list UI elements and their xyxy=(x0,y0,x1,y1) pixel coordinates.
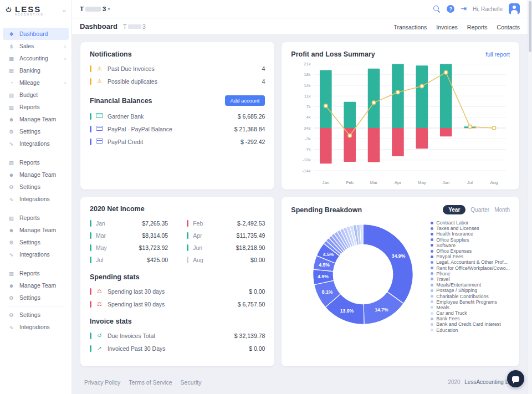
sidebar-item-integrations[interactable]: ∿Integrations xyxy=(0,321,71,333)
scrollbar[interactable] xyxy=(528,0,532,394)
sidebar-item-reports[interactable]: ▧Reports xyxy=(0,156,71,168)
row-label: Spending last 90 days xyxy=(108,301,165,308)
list-item: ↺Due Invoices Total$ 32,139.78 xyxy=(90,329,265,342)
search-icon[interactable] xyxy=(433,5,441,13)
chat-widget-button[interactable] xyxy=(507,370,524,387)
row-value: $ -292.42 xyxy=(241,139,265,145)
legend-bullet xyxy=(431,222,433,224)
help-icon[interactable]: ? xyxy=(447,5,454,13)
sidebar-item-label: Integrations xyxy=(19,324,50,330)
subnav-link-reports[interactable]: Reports xyxy=(467,24,488,30)
sidebar-item-reports[interactable]: ▧Reports xyxy=(0,212,71,224)
legend-bullet xyxy=(431,300,433,303)
toggle-year[interactable]: Year xyxy=(443,205,466,214)
sidebar-item-settings[interactable]: ⚙Settings xyxy=(0,181,71,193)
month-label: Mar xyxy=(96,232,106,239)
toggle-quarter[interactable]: Quarter xyxy=(470,207,489,213)
sidebar-item-manage-team[interactable]: ☻Manage Team xyxy=(0,224,71,236)
footer-link-terms-of-service[interactable]: Terms of Service xyxy=(129,379,172,386)
sidebar-item-reports[interactable]: ▧Reports xyxy=(0,267,71,279)
legend-item: Office Supplies xyxy=(431,237,510,243)
legend-label: Office Supplies xyxy=(436,237,469,243)
sidebar-item-integrations[interactable]: ∿Integrations xyxy=(0,193,71,205)
subnav-link-invoices[interactable]: Invoices xyxy=(436,24,458,30)
topbar: T 3 ▾ ? ⇥ Hi, Rachelle xyxy=(72,0,528,18)
legend-bullet xyxy=(431,255,433,258)
sidebar-item-label: Reports xyxy=(19,270,40,277)
footer-link-privacy-policy[interactable]: Privacy Policy xyxy=(84,379,120,386)
nav-gap xyxy=(0,260,71,267)
sidebar-item-reports[interactable]: ▧Reports xyxy=(0,101,71,113)
row-label: Due Invoices Total xyxy=(108,332,155,339)
toggle-month[interactable]: Month xyxy=(494,207,510,213)
sidebar-item-settings[interactable]: ⚙Settings xyxy=(0,236,71,248)
period-toggle: Year Quarter Month xyxy=(443,205,510,214)
legend-item: Bank Fees xyxy=(431,316,510,321)
row-marker xyxy=(90,113,91,120)
sidebar-item-budget[interactable]: ▥Budget xyxy=(0,89,71,101)
sidebar-item-settings[interactable]: ⚙Settings xyxy=(0,125,71,137)
sidebar-item-manage-team[interactable]: ☻Manage Team xyxy=(0,279,71,291)
legend-item: Employee Benefit Programs xyxy=(431,299,510,305)
month-marker xyxy=(187,232,188,239)
legend-bullet xyxy=(431,233,433,236)
svg-text:Feb: Feb xyxy=(346,180,354,185)
month-value: $11,735.49 xyxy=(237,232,265,239)
legend-item: Meals xyxy=(431,305,510,310)
footer-link-security[interactable]: Security xyxy=(181,379,202,386)
sidebar-item-integrations[interactable]: ∿Integrations xyxy=(0,248,71,260)
chart-icon: ↗ xyxy=(96,345,103,351)
subnav-link-transactions[interactable]: Transactions xyxy=(394,24,427,30)
legend-bullet xyxy=(431,272,433,275)
sidebar-item-mileage[interactable]: ◔Mileage› xyxy=(0,76,71,89)
sidebar-item-banking[interactable]: ▤Banking xyxy=(0,64,71,76)
net-income-cell: Apr$11,735.49 xyxy=(187,229,265,242)
sidebar-item-manage-team[interactable]: ☻Manage Team xyxy=(0,168,71,181)
svg-text:4.5%: 4.5% xyxy=(323,252,334,257)
sidebar-item-manage-team[interactable]: ☻Manage Team xyxy=(0,113,71,125)
sidebar-item-label: Manage Team xyxy=(19,171,56,178)
row-marker xyxy=(90,78,91,85)
app-logo[interactable]: LESS ACCOUNTING xyxy=(4,6,44,16)
dashboard-icon: ❖ xyxy=(8,31,15,37)
sidebar-item-settings[interactable]: ⚙Settings xyxy=(0,291,71,304)
legend-label: Bank and Credit Card Interest xyxy=(436,321,500,327)
sidebar-item-accounting[interactable]: ▦Accounting› xyxy=(0,52,71,64)
list-item: ⚠Possible duplicates4 xyxy=(90,75,265,88)
list-item: ↗Invoiced Past 30 Days$ 0.00 xyxy=(90,342,265,355)
topbar-actions: ? ⇥ Hi, Rachelle xyxy=(433,3,520,14)
user-avatar[interactable] xyxy=(509,3,520,14)
sidebar-item-dashboard[interactable]: ❖Dashboard xyxy=(3,28,69,40)
legend-bullet xyxy=(431,227,433,230)
legend-item: Software xyxy=(431,243,510,248)
legend-label: Health Insurance xyxy=(436,231,473,237)
svg-text:Jan: Jan xyxy=(323,180,330,185)
spending-breakdown-title: Spending Breakdown xyxy=(291,206,362,214)
month-label: Jul xyxy=(96,257,103,263)
sidebar-item-settings[interactable]: ⚙Settings xyxy=(0,309,71,321)
integrations-icon: ∿ xyxy=(8,252,15,258)
sidebar-item-sales[interactable]: $Sales› xyxy=(0,40,71,52)
balances-list: Gardner Bank$ 6,685.26PayPal - PayPal Ba… xyxy=(90,110,265,148)
subnav-link-contacts[interactable]: Contacts xyxy=(497,24,520,30)
profit-loss-chart: 21k18k14k11k7k4k348-3k-7k-10k-14kJanFebM… xyxy=(291,60,510,187)
month-value: $18,218.90 xyxy=(236,244,265,251)
legend-item: Travel xyxy=(431,277,510,282)
svg-text:8.1%: 8.1% xyxy=(322,289,333,295)
add-account-button[interactable]: Add account xyxy=(225,95,265,106)
gear-icon: ⚙ xyxy=(8,312,15,318)
legend-item: Bank and Credit Card Interest xyxy=(431,321,510,327)
company-selector[interactable]: T 3 ▾ xyxy=(80,6,110,12)
sidebar-item-integrations[interactable]: ∿Integrations xyxy=(0,137,71,150)
logout-icon[interactable]: ⇥ xyxy=(461,5,467,13)
scrollbar-thumb[interactable] xyxy=(529,1,531,52)
legend-label: Postage / Shipping xyxy=(436,288,477,293)
balances-title: Financial Balances xyxy=(90,97,152,105)
svg-text:34.9%: 34.9% xyxy=(392,253,406,259)
legend-item: Paypal Fees xyxy=(431,254,510,259)
row-label: Possible duplicates xyxy=(108,78,157,85)
full-report-link[interactable]: full report xyxy=(485,51,510,58)
legend-item: Legal, Accountant & Other Prof... xyxy=(431,259,510,265)
sidebar-collapse-icon[interactable]: « xyxy=(63,7,66,14)
legend-label: Office Expenses xyxy=(436,248,472,254)
